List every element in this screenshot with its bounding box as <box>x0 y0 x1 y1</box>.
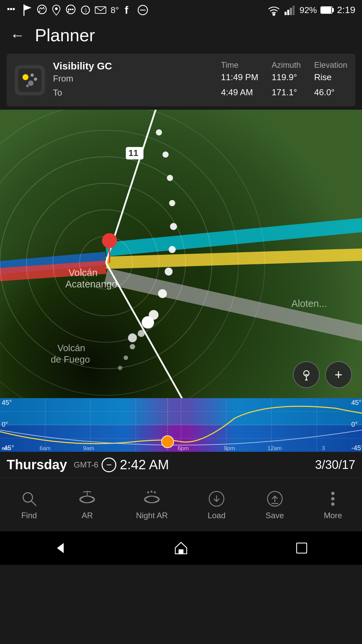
svg-text:Acatenango: Acatenango <box>65 279 117 289</box>
svg-rect-21 <box>293 6 295 15</box>
more-icon <box>323 489 342 508</box>
svg-text:Volcán: Volcán <box>57 343 85 353</box>
from-to-labels: From To <box>53 72 213 100</box>
svg-point-58 <box>118 366 122 370</box>
svg-text:3: 3 <box>322 445 325 451</box>
svg-text:de Fuego: de Fuego <box>51 354 90 365</box>
svg-point-8 <box>68 9 70 10</box>
chart-svg: 45° 0° -45° 45° 0° -45° am 6am 9am 6pm 9… <box>0 398 362 452</box>
svg-text:am: am <box>2 445 10 451</box>
info-text: Visibility GC From To <box>53 60 213 100</box>
svg-text:Aloten...: Aloten... <box>291 298 327 309</box>
svg-rect-2 <box>13 8 15 10</box>
svg-text:45°: 45° <box>2 399 12 406</box>
svg-point-71 <box>304 371 309 376</box>
svg-point-9 <box>70 9 72 10</box>
svg-point-108 <box>144 496 159 503</box>
ar-icon <box>78 489 97 508</box>
svg-point-56 <box>130 344 135 350</box>
svg-point-57 <box>124 356 128 360</box>
svg-text:f: f <box>125 4 128 16</box>
svg-point-61 <box>102 233 117 248</box>
map-container[interactable]: Volcán Acatenango Volcán de Fuego Aloten… <box>0 110 362 398</box>
date-value: 3/30/17 <box>315 458 355 472</box>
svg-marker-121 <box>57 543 64 553</box>
wifi-icon <box>267 4 281 16</box>
back-button[interactable]: ← <box>10 27 25 44</box>
svg-text::): :) <box>84 7 87 13</box>
svg-text:12am: 12am <box>267 445 282 451</box>
info-card: Visibility GC From To Time 11:49 PM 4:49… <box>7 54 355 106</box>
svg-point-50 <box>170 223 177 230</box>
svg-text:9pm: 9pm <box>224 445 235 451</box>
home-button[interactable] <box>168 535 194 561</box>
messenger2-icon <box>65 4 76 16</box>
svg-rect-18 <box>285 12 287 15</box>
svg-point-29 <box>28 80 34 86</box>
battery-percent: 92% <box>299 5 317 15</box>
zoom-in-button[interactable]: + <box>325 361 352 388</box>
back-system-button[interactable] <box>47 535 74 561</box>
email-icon <box>95 5 107 15</box>
find-icon <box>20 489 39 508</box>
recents-button[interactable] <box>288 535 315 561</box>
nav-item-night-ar[interactable]: Night AR <box>129 486 175 524</box>
messenger-icon <box>36 4 48 16</box>
flag-icon <box>23 4 32 16</box>
svg-marker-4 <box>24 5 32 10</box>
header: ← Planner <box>0 20 362 50</box>
svg-point-28 <box>34 77 37 81</box>
nav-label-find: Find <box>21 511 37 520</box>
save-icon <box>265 489 284 508</box>
svg-text:-45°: -45° <box>351 444 362 451</box>
night-ar-icon <box>142 489 161 508</box>
svg-point-10 <box>72 9 74 10</box>
svg-point-60 <box>128 333 137 342</box>
svg-text:45°: 45° <box>351 399 361 406</box>
svg-point-52 <box>165 268 173 276</box>
svg-rect-3 <box>23 4 24 16</box>
current-time: 2:42 AM <box>120 457 169 472</box>
svg-point-17 <box>273 13 275 15</box>
page-title: Planner <box>35 25 95 45</box>
svg-text:0°: 0° <box>2 421 8 428</box>
svg-text:11: 11 <box>128 148 138 158</box>
svg-point-51 <box>169 246 176 253</box>
svg-point-104 <box>80 496 95 503</box>
svg-point-53 <box>158 289 167 298</box>
svg-rect-1 <box>10 8 12 10</box>
svg-text:6pm: 6pm <box>178 445 189 451</box>
svg-point-27 <box>31 73 34 77</box>
system-nav-bar <box>0 531 362 565</box>
nav-label-load: Load <box>207 511 225 520</box>
svg-rect-20 <box>290 8 292 15</box>
status-left: :) 8° f <box>7 4 148 16</box>
date-time-bar: Thursday GMT-6 − 2:42 AM 3/30/17 <box>0 452 362 478</box>
svg-text:Volcán: Volcán <box>68 267 98 278</box>
nav-label-more: More <box>324 511 342 520</box>
app-icon <box>15 65 45 95</box>
app-name: Visibility GC <box>53 60 213 72</box>
svg-line-107 <box>87 491 91 492</box>
minus-circle-icon <box>137 4 148 16</box>
nav-item-load[interactable]: Load <box>200 486 233 524</box>
time-display: GMT-6 − 2:42 AM <box>74 457 169 472</box>
svg-line-103 <box>31 501 36 506</box>
svg-point-120 <box>331 502 335 506</box>
nav-label-ar: AR <box>82 511 93 520</box>
svg-rect-123 <box>179 550 183 554</box>
svg-point-47 <box>163 152 169 158</box>
gmt-label: GMT-6 <box>74 460 98 470</box>
location-icon <box>52 4 61 16</box>
nav-item-ar[interactable]: AR <box>71 486 103 524</box>
nav-item-more[interactable]: More <box>317 486 349 524</box>
svg-rect-25 <box>18 68 42 92</box>
load-icon <box>207 489 226 508</box>
nav-label-night-ar: Night AR <box>136 511 168 520</box>
nav-item-save[interactable]: Save <box>259 486 291 524</box>
pin-button[interactable] <box>293 361 320 388</box>
temperature-badge: 8° <box>111 5 119 15</box>
nav-item-find[interactable]: Find <box>13 486 45 524</box>
svg-rect-24 <box>321 7 331 13</box>
day-name: Thursday <box>7 457 67 472</box>
